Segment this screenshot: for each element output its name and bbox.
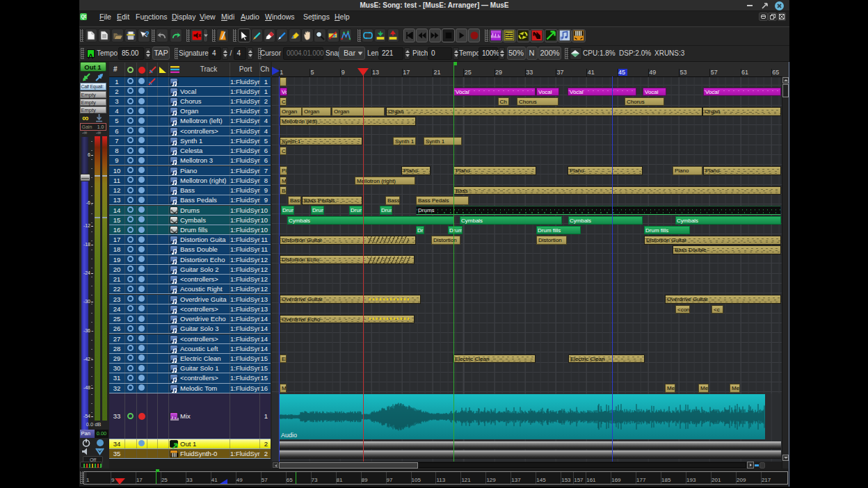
svg-text:?: ? <box>145 31 150 38</box>
